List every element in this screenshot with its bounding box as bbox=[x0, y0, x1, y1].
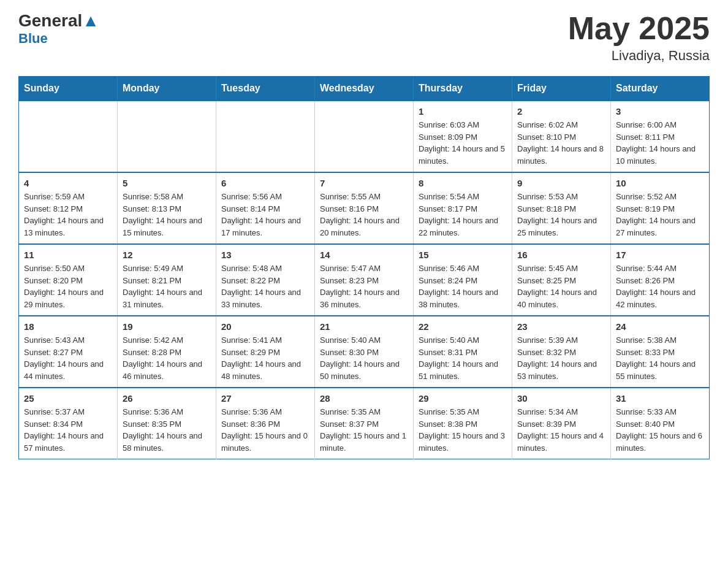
day-info: Sunrise: 5:36 AMSunset: 8:36 PMDaylight:… bbox=[221, 406, 309, 454]
day-number: 30 bbox=[517, 393, 605, 404]
calendar-cell: 26Sunrise: 5:36 AMSunset: 8:35 PMDayligh… bbox=[118, 388, 216, 459]
day-info: Sunrise: 5:43 AMSunset: 8:27 PMDaylight:… bbox=[24, 334, 112, 382]
title-block: May 2025 Livadiya, Russia bbox=[568, 12, 710, 64]
day-number: 25 bbox=[24, 393, 112, 404]
day-number: 18 bbox=[24, 321, 112, 332]
day-number: 22 bbox=[419, 321, 507, 332]
day-number: 24 bbox=[616, 321, 704, 332]
day-number: 7 bbox=[320, 178, 408, 188]
calendar-body: 1Sunrise: 6:03 AMSunset: 8:09 PMDaylight… bbox=[19, 101, 710, 459]
day-info: Sunrise: 5:53 AMSunset: 8:18 PMDaylight:… bbox=[517, 191, 605, 239]
day-header-tuesday: Tuesday bbox=[216, 77, 315, 101]
day-info: Sunrise: 5:36 AMSunset: 8:35 PMDaylight:… bbox=[123, 406, 211, 454]
calendar-title: May 2025 bbox=[568, 12, 710, 44]
day-info: Sunrise: 5:41 AMSunset: 8:29 PMDaylight:… bbox=[221, 334, 309, 382]
calendar-cell bbox=[19, 101, 118, 172]
calendar-cell bbox=[315, 101, 414, 172]
calendar-cell: 13Sunrise: 5:48 AMSunset: 8:22 PMDayligh… bbox=[216, 244, 315, 316]
day-header-sunday: Sunday bbox=[19, 77, 118, 101]
calendar-subtitle: Livadiya, Russia bbox=[568, 48, 710, 64]
day-info: Sunrise: 5:35 AMSunset: 8:38 PMDaylight:… bbox=[419, 406, 507, 454]
logo-triangle-icon: ▲ bbox=[82, 11, 99, 30]
day-info: Sunrise: 5:48 AMSunset: 8:22 PMDaylight:… bbox=[221, 262, 309, 310]
day-info: Sunrise: 5:42 AMSunset: 8:28 PMDaylight:… bbox=[123, 334, 211, 382]
day-info: Sunrise: 5:52 AMSunset: 8:19 PMDaylight:… bbox=[616, 191, 704, 239]
day-number: 23 bbox=[517, 321, 605, 332]
day-info: Sunrise: 5:40 AMSunset: 8:31 PMDaylight:… bbox=[419, 334, 507, 382]
calendar-cell: 27Sunrise: 5:36 AMSunset: 8:36 PMDayligh… bbox=[216, 388, 315, 459]
day-number: 21 bbox=[320, 321, 408, 332]
calendar-cell: 29Sunrise: 5:35 AMSunset: 8:38 PMDayligh… bbox=[414, 388, 512, 459]
day-number: 15 bbox=[419, 250, 507, 260]
calendar-cell: 2Sunrise: 6:02 AMSunset: 8:10 PMDaylight… bbox=[512, 101, 611, 172]
day-info: Sunrise: 5:45 AMSunset: 8:25 PMDaylight:… bbox=[517, 262, 605, 310]
calendar-cell: 10Sunrise: 5:52 AMSunset: 8:19 PMDayligh… bbox=[611, 172, 710, 244]
day-info: Sunrise: 5:46 AMSunset: 8:24 PMDaylight:… bbox=[419, 262, 507, 310]
day-info: Sunrise: 5:56 AMSunset: 8:14 PMDaylight:… bbox=[221, 191, 309, 239]
week-row-5: 25Sunrise: 5:37 AMSunset: 8:34 PMDayligh… bbox=[19, 388, 710, 459]
day-header-thursday: Thursday bbox=[414, 77, 512, 101]
day-number: 5 bbox=[123, 178, 211, 188]
calendar-cell: 17Sunrise: 5:44 AMSunset: 8:26 PMDayligh… bbox=[611, 244, 710, 316]
calendar-cell: 1Sunrise: 6:03 AMSunset: 8:09 PMDaylight… bbox=[414, 101, 512, 172]
day-number: 11 bbox=[24, 250, 112, 260]
day-number: 26 bbox=[123, 393, 211, 404]
week-row-2: 4Sunrise: 5:59 AMSunset: 8:12 PMDaylight… bbox=[19, 172, 710, 244]
day-info: Sunrise: 5:37 AMSunset: 8:34 PMDaylight:… bbox=[24, 406, 112, 454]
calendar-cell: 19Sunrise: 5:42 AMSunset: 8:28 PMDayligh… bbox=[118, 316, 216, 388]
day-number: 31 bbox=[616, 393, 704, 404]
day-number: 3 bbox=[616, 106, 704, 117]
calendar-cell: 8Sunrise: 5:54 AMSunset: 8:17 PMDaylight… bbox=[414, 172, 512, 244]
week-row-3: 11Sunrise: 5:50 AMSunset: 8:20 PMDayligh… bbox=[19, 244, 710, 316]
logo-general-text: General▲ bbox=[18, 12, 99, 29]
day-number: 29 bbox=[419, 393, 507, 404]
week-row-1: 1Sunrise: 6:03 AMSunset: 8:09 PMDaylight… bbox=[19, 101, 710, 172]
day-info: Sunrise: 5:49 AMSunset: 8:21 PMDaylight:… bbox=[123, 262, 211, 310]
day-info: Sunrise: 5:54 AMSunset: 8:17 PMDaylight:… bbox=[419, 191, 507, 239]
calendar-cell: 3Sunrise: 6:00 AMSunset: 8:11 PMDaylight… bbox=[611, 101, 710, 172]
calendar-cell: 16Sunrise: 5:45 AMSunset: 8:25 PMDayligh… bbox=[512, 244, 611, 316]
day-number: 12 bbox=[123, 250, 211, 260]
day-info: Sunrise: 5:34 AMSunset: 8:39 PMDaylight:… bbox=[517, 406, 605, 454]
day-info: Sunrise: 6:03 AMSunset: 8:09 PMDaylight:… bbox=[419, 119, 507, 167]
day-info: Sunrise: 5:58 AMSunset: 8:13 PMDaylight:… bbox=[123, 191, 211, 239]
day-number: 17 bbox=[616, 250, 704, 260]
logo-blue-text: Blue bbox=[18, 31, 48, 47]
calendar-table: SundayMondayTuesdayWednesdayThursdayFrid… bbox=[18, 76, 710, 459]
calendar-cell: 9Sunrise: 5:53 AMSunset: 8:18 PMDaylight… bbox=[512, 172, 611, 244]
calendar-cell: 30Sunrise: 5:34 AMSunset: 8:39 PMDayligh… bbox=[512, 388, 611, 459]
day-info: Sunrise: 5:35 AMSunset: 8:37 PMDaylight:… bbox=[320, 406, 408, 454]
calendar-cell: 14Sunrise: 5:47 AMSunset: 8:23 PMDayligh… bbox=[315, 244, 414, 316]
day-header-monday: Monday bbox=[118, 77, 216, 101]
calendar-cell: 22Sunrise: 5:40 AMSunset: 8:31 PMDayligh… bbox=[414, 316, 512, 388]
days-of-week-row: SundayMondayTuesdayWednesdayThursdayFrid… bbox=[19, 77, 710, 101]
day-info: Sunrise: 5:47 AMSunset: 8:23 PMDaylight:… bbox=[320, 262, 408, 310]
day-info: Sunrise: 5:33 AMSunset: 8:40 PMDaylight:… bbox=[616, 406, 704, 454]
day-info: Sunrise: 5:40 AMSunset: 8:30 PMDaylight:… bbox=[320, 334, 408, 382]
calendar-cell: 23Sunrise: 5:39 AMSunset: 8:32 PMDayligh… bbox=[512, 316, 611, 388]
day-number: 13 bbox=[221, 250, 309, 260]
day-info: Sunrise: 6:00 AMSunset: 8:11 PMDaylight:… bbox=[616, 119, 704, 167]
day-number: 28 bbox=[320, 393, 408, 404]
day-header-wednesday: Wednesday bbox=[315, 77, 414, 101]
week-row-4: 18Sunrise: 5:43 AMSunset: 8:27 PMDayligh… bbox=[19, 316, 710, 388]
day-number: 8 bbox=[419, 178, 507, 188]
calendar-cell: 15Sunrise: 5:46 AMSunset: 8:24 PMDayligh… bbox=[414, 244, 512, 316]
day-header-friday: Friday bbox=[512, 77, 611, 101]
day-number: 19 bbox=[123, 321, 211, 332]
day-info: Sunrise: 5:55 AMSunset: 8:16 PMDaylight:… bbox=[320, 191, 408, 239]
calendar-cell: 11Sunrise: 5:50 AMSunset: 8:20 PMDayligh… bbox=[19, 244, 118, 316]
day-number: 10 bbox=[616, 178, 704, 188]
day-info: Sunrise: 6:02 AMSunset: 8:10 PMDaylight:… bbox=[517, 119, 605, 167]
day-header-saturday: Saturday bbox=[611, 77, 710, 101]
calendar-cell: 4Sunrise: 5:59 AMSunset: 8:12 PMDaylight… bbox=[19, 172, 118, 244]
day-info: Sunrise: 5:39 AMSunset: 8:32 PMDaylight:… bbox=[517, 334, 605, 382]
calendar-cell: 7Sunrise: 5:55 AMSunset: 8:16 PMDaylight… bbox=[315, 172, 414, 244]
calendar-cell: 25Sunrise: 5:37 AMSunset: 8:34 PMDayligh… bbox=[19, 388, 118, 459]
page-header: General▲ Blue May 2025 Livadiya, Russia bbox=[18, 12, 710, 64]
calendar-cell: 20Sunrise: 5:41 AMSunset: 8:29 PMDayligh… bbox=[216, 316, 315, 388]
day-info: Sunrise: 5:44 AMSunset: 8:26 PMDaylight:… bbox=[616, 262, 704, 310]
calendar-cell bbox=[118, 101, 216, 172]
day-number: 1 bbox=[419, 106, 507, 117]
day-info: Sunrise: 5:38 AMSunset: 8:33 PMDaylight:… bbox=[616, 334, 704, 382]
